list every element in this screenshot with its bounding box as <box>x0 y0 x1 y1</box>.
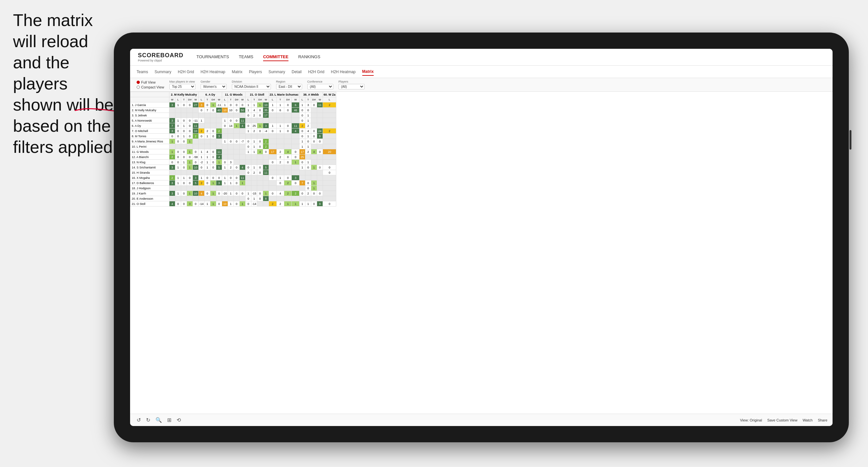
cell-6-18 <box>276 134 284 139</box>
sub-nav-summary[interactable]: Summary <box>154 68 171 75</box>
cell-17-13: 1 <box>246 191 251 196</box>
cell-10-22 <box>305 154 311 160</box>
cell-9-4: 0 <box>193 149 199 154</box>
cell-11-3: 1 <box>187 160 193 165</box>
full-view-option[interactable]: Full View <box>136 80 164 84</box>
logo-title: SCOREBOARD <box>138 52 183 59</box>
cell-5-18: 1 <box>276 128 284 134</box>
sub-nav-players[interactable]: Players <box>249 68 262 75</box>
sub-nav-matrix[interactable]: Matrix <box>232 68 243 75</box>
cell-18-7 <box>210 196 216 201</box>
sh-w4: W <box>240 97 246 102</box>
cell-3-24 <box>317 118 322 123</box>
cell-12-25: 0 <box>322 165 336 170</box>
cell-14-1: 1 <box>175 175 181 181</box>
cell-17-8: 0 <box>216 191 222 196</box>
sub-nav-h2h-grid2[interactable]: H2H Grid <box>308 68 324 75</box>
cell-13-0 <box>169 170 175 175</box>
row-header-5: 7. O Mitchell <box>130 128 169 134</box>
cell-2-14: 2 <box>251 113 257 118</box>
reset-button[interactable]: ⟲ <box>175 416 182 424</box>
cell-14-13 <box>246 175 251 181</box>
cell-11-20: 1 <box>292 160 299 165</box>
full-view-radio[interactable] <box>136 81 140 84</box>
cell-1-9: 10 <box>222 107 228 113</box>
sub-nav-h2h-heatmap2[interactable]: H2H Heatmap <box>331 68 355 75</box>
division-select[interactable]: NCAA Division II <box>232 84 271 89</box>
cell-14-6: 0 <box>205 175 210 181</box>
share-btn[interactable]: Share <box>818 418 827 422</box>
compact-view-radio[interactable] <box>136 86 140 89</box>
cell-6-1: 0 <box>175 134 181 139</box>
table-row: 3. S Jelinek0201701 <box>130 113 336 118</box>
cell-17-5: 4 <box>199 191 205 196</box>
cell-5-14: 2 <box>251 128 257 134</box>
nav-teams[interactable]: TEAMS <box>239 53 253 61</box>
cell-3-12: 11 <box>240 118 246 123</box>
conference-select[interactable]: (All) <box>307 84 333 89</box>
sub-nav-detail[interactable]: Detail <box>292 68 302 75</box>
sh-l6: L <box>299 97 305 102</box>
cell-4-20: 11 <box>292 123 299 128</box>
sub-nav-matrix2[interactable]: Matrix <box>362 68 374 76</box>
cell-0-17: 1 <box>269 102 276 107</box>
max-players-select[interactable]: Top 25 <box>169 84 195 89</box>
table-row: 16. X Mcgaha211031000100110103 <box>130 175 336 181</box>
cell-13-3 <box>187 170 193 175</box>
cell-8-24 <box>317 144 322 149</box>
cell-10-4: -58 <box>193 154 199 160</box>
sh-l7: L <box>322 97 336 102</box>
cell-6-9 <box>222 134 228 139</box>
fit-button[interactable]: ⊞ <box>166 416 173 424</box>
table-row: 1. J Garcia310027301-1110001111011061301… <box>130 102 336 107</box>
watch-btn[interactable]: Watch <box>803 418 813 422</box>
cell-10-7: 0 <box>210 154 216 160</box>
undo-button[interactable]: ↺ <box>135 416 142 424</box>
cell-14-4: 3 <box>193 175 199 181</box>
cell-8-16: 2 <box>263 144 269 149</box>
col-header-webb: 38. A Webb <box>299 92 322 97</box>
cell-3-16 <box>263 118 269 123</box>
sub-nav-h2h-grid[interactable]: H2H Grid <box>178 68 194 75</box>
cell-2-23 <box>311 113 317 118</box>
cell-10-20: 0 <box>292 154 299 160</box>
nav-rankings[interactable]: RANKINGS <box>298 53 320 61</box>
matrix-container[interactable]: 2. M Kelly Mulcahy 6. A Dy 11. G Woods 2… <box>130 92 833 414</box>
cell-13-9 <box>222 170 228 175</box>
sub-nav-teams[interactable]: Teams <box>136 68 148 75</box>
row-header-14: 16. X Mcgaha <box>130 175 169 181</box>
cell-14-9: 1 <box>222 175 228 181</box>
cell-10-25 <box>322 154 336 160</box>
cell-19-22: 1 <box>305 201 311 207</box>
cell-5-25: 2 <box>322 128 336 134</box>
max-players-label: Max players in view <box>169 80 195 83</box>
toolbar-right: View: Original Save Custom View Watch Sh… <box>740 418 827 422</box>
cell-7-0: 1 <box>169 139 175 144</box>
sh-t4: T <box>251 97 257 102</box>
region-select[interactable]: East - DII <box>276 84 302 89</box>
save-custom-btn[interactable]: Save Custom View <box>767 418 798 422</box>
sub-nav-h2h-heatmap[interactable]: H2H Heatmap <box>201 68 225 75</box>
gender-select[interactable]: Women's <box>201 84 227 89</box>
cell-10-14 <box>251 154 257 160</box>
cell-6-6: 1 <box>205 134 210 139</box>
cell-11-14 <box>251 160 257 165</box>
zoom-button[interactable]: 🔍 <box>154 416 163 424</box>
cell-13-6 <box>205 170 210 175</box>
sub-nav-summary2[interactable]: Summary <box>268 68 285 75</box>
compact-view-option[interactable]: Compact View <box>136 85 164 89</box>
cell-17-12: 0 <box>240 191 246 196</box>
redo-button[interactable]: ↻ <box>145 416 152 424</box>
players-select[interactable]: (All) <box>339 84 365 89</box>
cell-12-3: 1 <box>187 165 193 170</box>
cell-19-9: 10 <box>222 201 228 207</box>
nav-tournaments[interactable]: TOURNAMENTS <box>196 53 229 61</box>
view-original-btn[interactable]: View: Original <box>740 418 762 422</box>
cell-10-3: 0 <box>187 154 193 160</box>
cell-9-20: 0 <box>292 149 299 154</box>
sh-dif6: Dif <box>311 97 317 102</box>
cell-1-23 <box>311 107 317 113</box>
nav-committee[interactable]: COMMITTEE <box>263 53 288 61</box>
cell-0-2: 0 <box>181 102 187 107</box>
cell-2-16: 17 <box>263 113 269 118</box>
